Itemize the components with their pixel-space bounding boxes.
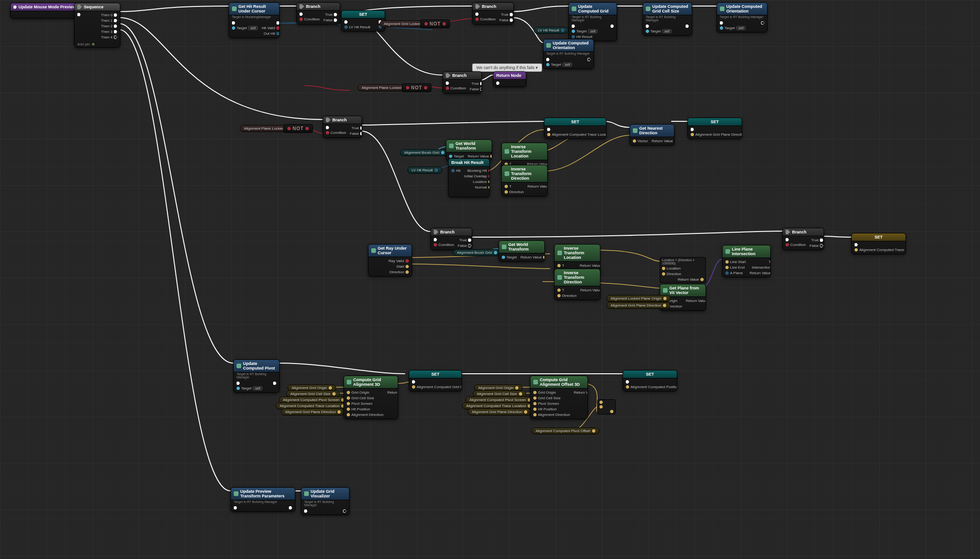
title: Sequence	[84, 5, 104, 9]
pin-then2[interactable]: Then 2	[101, 24, 117, 28]
node-get-hit-result[interactable]: Get Hit Result Under Cursor Target is Mo…	[229, 2, 280, 38]
var-agpd-get[interactable]: Alignment Grid Plane Direction	[606, 302, 670, 309]
node-set-acp[interactable]: SET Alignment Computed Position	[623, 370, 677, 391]
node-branch-4[interactable]: Branch Condition TrueFalse	[323, 116, 362, 138]
node-set-actl-1[interactable]: SET Alignment Computed Trace Location	[544, 118, 606, 139]
node-update-computed-grid[interactable]: Update Computed Grid Target is RT Buildi…	[568, 2, 617, 41]
var-acpo-get[interactable]: Alignment Computed Pivot Offset	[531, 427, 599, 434]
comment-tooltip: We can't do anything if this fails ▾	[472, 63, 542, 72]
node-not-2[interactable]: NOT	[402, 83, 431, 92]
node-update-grid-visualizer[interactable]: Update Grid Visualizer Target is RT Buil…	[301, 487, 350, 515]
node-line-plane-intersection[interactable]: Line Plane Intersection Line Start Line …	[722, 245, 771, 277]
node-get-ray-under-cursor[interactable]: Get Ray Under Cursor Ray Valid Start Dir…	[368, 244, 412, 276]
node-set-agpd[interactable]: SET Alignment Grid Plane Direction	[687, 118, 742, 139]
var-alignment-brush-grid-1[interactable]: Alignment Brush Grid	[400, 149, 449, 156]
var-agpd-1[interactable]: Alignment Grid Plane Direction	[281, 408, 345, 415]
node-branch-3[interactable]: Branch Condition TrueFalse	[443, 71, 482, 94]
node-inverse-transform-direction-2[interactable]: Inverse Transform Direction TDirectionRe…	[554, 269, 600, 300]
node-get-world-transform-1[interactable]: Get World Transform TargetReturn Value	[446, 139, 492, 161]
var-alpo[interactable]: Alignment Locked Plane Origin	[606, 295, 671, 302]
var-lvhit-2[interactable]: LV Hit Result	[407, 167, 442, 174]
node-branch-2[interactable]: Branch Condition TrueFalse	[472, 2, 514, 25]
node-get-world-transform-2[interactable]: Get World Transform TargetReturn Value	[499, 240, 545, 262]
title: Update Mouse Mode Preview	[19, 5, 76, 9]
var-agpd-2[interactable]: Alignment Grid Plane Direction	[468, 408, 531, 415]
var-lvhit-1[interactable]: LV Hit Result	[534, 27, 568, 34]
node-set-actl-2[interactable]: SET Alignment Computed Trace Location	[851, 233, 906, 254]
node-not-1[interactable]: NOT	[420, 19, 450, 28]
node-update-orientation-2[interactable]: Update Computed Orientation Target is RT…	[543, 39, 594, 69]
pin-then3[interactable]: Then 3	[101, 30, 117, 34]
node-break-hit-result[interactable]: Break Hit Result Hit Blocking Hit Initia…	[448, 158, 490, 197]
node-subtract[interactable]	[597, 399, 616, 415]
node-sequence[interactable]: Sequence Then 0 Then 1 Then 2 Then 3 The…	[74, 3, 120, 48]
node-update-orientation-1[interactable]: Update Computed Orientation Target is RT…	[717, 2, 768, 32]
comment-math: Location + (Direction × 1000000) Locatio…	[660, 257, 706, 283]
node-return[interactable]: Return Node	[493, 71, 526, 87]
pin-then0[interactable]: Then 0	[101, 13, 117, 17]
node-compute-grid-alignment-offset-3d[interactable]: Compute Grid Alignment Offset 3D Grid Or…	[530, 376, 588, 419]
pin-exec-in[interactable]	[77, 13, 81, 16]
node-branch-1[interactable]: Branch Condition TrueFalse	[296, 2, 340, 25]
node-branch-5[interactable]: Branch ConditionTrueFalse	[431, 228, 472, 250]
node-get-nearest-direction[interactable]: Get Nearest Direction VectorReturn Value	[630, 124, 674, 145]
node-update-computed-pivot[interactable]: Update Computed Pivot Target is RT Build…	[233, 359, 280, 393]
node-update-grid-cell-size[interactable]: Update Computed Grid Cell Size Target is…	[643, 2, 692, 36]
node-update-preview-transform[interactable]: Update Preview Transform Parameters Targ…	[231, 487, 295, 512]
var-alignment-brush-grid-2[interactable]: Alignment Brush Grid	[453, 249, 501, 256]
node-set-acgc[interactable]: SET Alignment Computed Grid Cell	[409, 370, 462, 391]
node-inverse-transform-direction-1[interactable]: Inverse Transform Direction TDirectionRe…	[501, 165, 548, 196]
pin-then4[interactable]: Then 4	[101, 35, 117, 39]
node-branch-6[interactable]: Branch ConditionTrueFalse	[782, 228, 824, 250]
pin-then1[interactable]: Then 1	[101, 19, 117, 23]
node-not-3[interactable]: NOT	[283, 124, 313, 133]
add-pin-button[interactable]: Add pin⊕	[75, 41, 120, 47]
node-set-lvhit[interactable]: SET LV Hit Result	[341, 10, 385, 31]
node-compute-grid-alignment-3d[interactable]: Compute Grid Alignment 3D Grid Origin Gr…	[343, 376, 398, 419]
